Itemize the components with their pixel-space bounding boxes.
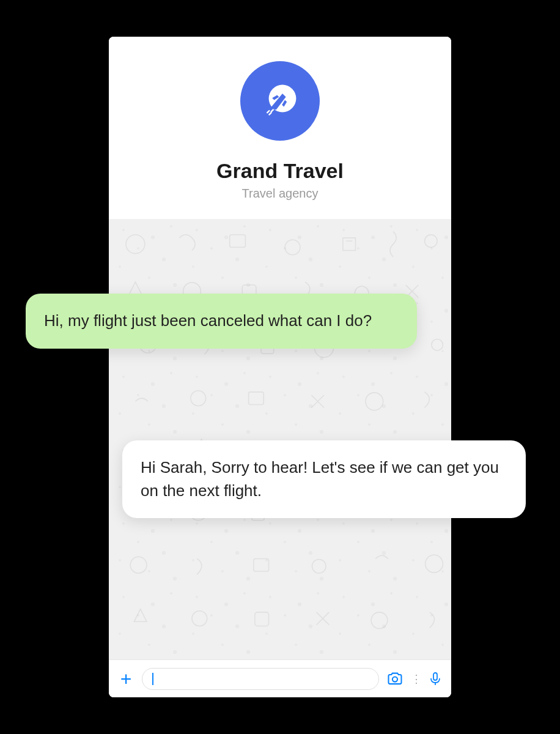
mic-button[interactable] [428,670,443,688]
airplane-icon [256,76,304,125]
svg-point-25 [426,555,443,573]
svg-point-26 [192,611,207,626]
camera-button[interactable] [386,670,403,688]
svg-rect-27 [255,612,269,626]
svg-point-28 [371,612,388,629]
svg-point-12 [191,391,206,406]
svg-point-4 [425,235,438,248]
chat-body[interactable] [109,219,451,659]
background-pattern [109,219,451,659]
svg-rect-23 [254,558,269,571]
more-button[interactable]: ⋮ [411,672,421,686]
message-input[interactable] [142,668,379,690]
svg-point-29 [392,677,397,681]
svg-rect-30 [433,673,437,680]
attach-button[interactable]: + [117,669,134,689]
user-message-text: Hi, my flight just been canceled what ca… [44,311,372,330]
chat-window: Grand Travel Travel agency [109,37,451,697]
svg-point-1 [126,235,145,254]
camera-icon [386,670,403,688]
chat-header: Grand Travel Travel agency [109,37,451,219]
text-cursor [152,673,153,685]
agent-message-bubble: Hi Sarah, Sorry to hear! Let's see if we… [122,440,526,518]
business-type: Travel agency [242,187,319,201]
svg-point-14 [366,393,383,410]
svg-rect-2 [230,235,246,248]
business-avatar[interactable] [240,61,320,141]
business-name: Grand Travel [216,159,344,183]
svg-point-3 [285,240,300,255]
input-bar: + ⋮ [109,659,451,697]
svg-point-22 [130,557,147,573]
svg-point-24 [312,559,326,573]
svg-point-11 [432,339,443,350]
user-message-bubble: Hi, my flight just been canceled what ca… [26,294,417,349]
svg-rect-13 [249,392,264,405]
agent-message-text: Hi Sarah, Sorry to hear! Let's see if we… [141,458,499,500]
microphone-icon [428,670,443,688]
